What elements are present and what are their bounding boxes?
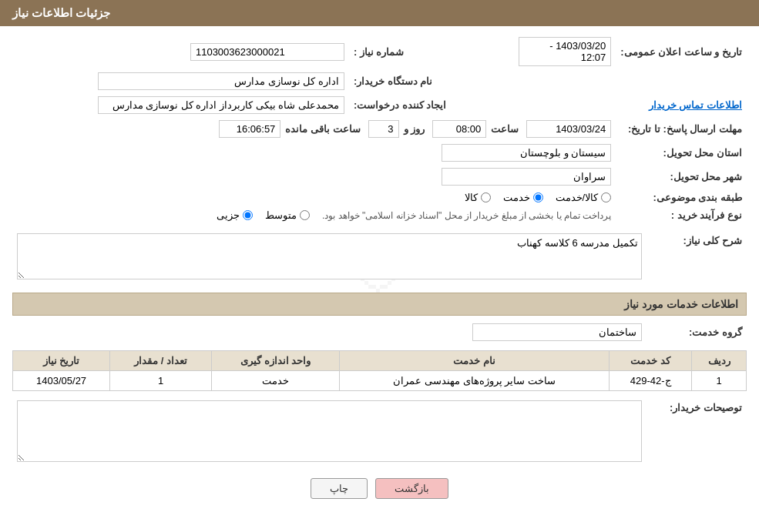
table-cell: 1 xyxy=(110,371,212,391)
table-cell: 1 xyxy=(692,371,747,391)
nooe-farayand-cell: پرداخت تمام یا بخشی از مبلغ خریدار از مح… xyxy=(12,206,616,224)
services-table-header-row: ردیف کد خدمت نام خدمت واحد اندازه گیری ت… xyxy=(13,351,747,371)
sharh-table: شرح کلی نیاز: xyxy=(12,230,747,285)
radio-kala-label: کالا xyxy=(465,192,478,203)
tabaqe-radio-kala[interactable]: کالا xyxy=(465,192,491,203)
radio-kala-khadmat-input[interactable] xyxy=(601,192,611,202)
nam-dastgah-value: اداره کل نوسازی مدارس xyxy=(98,72,344,90)
shahr-value: سراوان xyxy=(442,168,611,186)
idad-konande-value: محمدعلی شاه بیکی کاربرداز اداره کل نوساز… xyxy=(98,96,344,114)
table-cell: ساخت سایر پروژه‌های مهندسی عمران xyxy=(340,371,610,391)
tabaqe-radio-kala-khadmat[interactable]: کالا/خدمت xyxy=(556,192,612,203)
col-radif: ردیف xyxy=(692,351,747,371)
grooh-khadmat-value: ساختمان xyxy=(472,323,642,341)
toshihat-cell xyxy=(12,397,646,467)
back-button[interactable]: بازگشت xyxy=(375,478,448,499)
nam-dastgah-cell: اداره کل نوسازی مدارس xyxy=(12,69,349,93)
mohlat-saat-value: 08:00 xyxy=(432,120,486,138)
nam-dastgah-label: نام دستگاه خریدار: xyxy=(349,69,452,93)
page-header: جزئیات اطلاعات نیاز xyxy=(0,0,759,26)
col-nam: نام خدمت xyxy=(340,351,610,371)
print-button[interactable]: چاپ xyxy=(311,478,368,499)
tabaqe-label: طبقه بندی موضوعی: xyxy=(616,189,747,206)
info-table-top: تاریخ و ساعت اعلان عمومی: 1403/03/20 - 1… xyxy=(12,34,747,224)
idad-konande-cell: محمدعلی شاه بیکی کاربرداز اداره کل نوساز… xyxy=(12,93,349,117)
sharh-label: شرح کلی نیاز: xyxy=(646,230,747,285)
ettelaat-tamas-cell: اطلاعات تماس خریدار xyxy=(616,93,747,117)
services-table: ردیف کد خدمت نام خدمت واحد اندازه گیری ت… xyxy=(12,350,747,391)
shahr-label: شهر محل تحویل: xyxy=(616,165,747,189)
content-over: تاریخ و ساعت اعلان عمومی: 1403/03/20 - 1… xyxy=(12,34,747,499)
radio-jozii-input[interactable] xyxy=(243,210,253,220)
ostan-label: استان محل تحویل: xyxy=(616,141,747,165)
radio-kala-input[interactable] xyxy=(481,192,491,202)
shomare-label: شماره نیاز : xyxy=(349,34,452,69)
radio-jozii-label: جزیی xyxy=(217,209,240,221)
services-tbody: 1ج-42-429ساخت سایر پروژه‌های مهندسی عمرا… xyxy=(13,371,747,391)
table-cell: 1403/05/27 xyxy=(13,371,110,391)
nooe-farayand-radio-motavasset[interactable]: متوسط xyxy=(265,209,310,221)
table-cell: ج-42-429 xyxy=(609,371,691,391)
nooe-farayand-text: پرداخت تمام یا بخشی از مبلغ خریدار از مح… xyxy=(322,210,611,221)
page-container: جزئیات اطلاعات نیاز 🛡 تاریخ و ساعت اعلان… xyxy=(0,0,759,532)
btn-row: بازگشت چاپ xyxy=(12,478,747,499)
radio-kala-khadmat-label: کالا/خدمت xyxy=(556,192,599,203)
mohlat-date: 1403/03/24 xyxy=(526,120,611,138)
toshihat-label: توصیحات خریدار: xyxy=(646,397,747,467)
radio-motavasset-label: متوسط xyxy=(265,209,297,221)
ostan-cell: سیستان و بلوچستان xyxy=(12,141,616,165)
toshihat-textarea[interactable] xyxy=(17,400,642,462)
radio-khadmat-label: خدمت xyxy=(503,192,530,203)
mohlat-row: 1403/03/24 ساعت 08:00 روز و 3 ساعت باقی … xyxy=(17,120,611,138)
shomare-value-cell: 1103003623000021 xyxy=(12,34,349,69)
tarikh-label: تاریخ و ساعت اعلان عمومی: xyxy=(616,34,747,69)
mohlat-roz-value: 3 xyxy=(368,120,399,138)
col-vahed: واحد اندازه گیری xyxy=(212,351,340,371)
toshihat-table: توصیحات خریدار: xyxy=(12,397,747,467)
shomare-value: 1103003623000021 xyxy=(190,43,344,61)
ostan-value: سیستان و بلوچستان xyxy=(442,144,611,162)
tabaqe-radio-group: کالا/خدمت خدمت کالا xyxy=(17,192,611,203)
shahr-cell: سراوان xyxy=(12,165,616,189)
radio-khadmat-input[interactable] xyxy=(533,192,543,202)
page-title: جزئیات اطلاعات نیاز xyxy=(12,6,110,19)
saat-mande-label: ساعت باقی مانده xyxy=(285,123,360,135)
tarikh-value: 1403/03/20 - 12:07 xyxy=(519,37,611,66)
col-tedad: تعداد / مقدار xyxy=(110,351,212,371)
mohlat-row-cell: 1403/03/24 ساعت 08:00 روز و 3 ساعت باقی … xyxy=(12,117,616,141)
services-section-title: اطلاعات خدمات مورد نیاز xyxy=(12,293,747,316)
roz-label: روز و xyxy=(404,123,425,135)
table-cell: خدمت xyxy=(212,371,340,391)
tabaqe-cell: کالا/خدمت خدمت کالا xyxy=(12,189,616,206)
main-content: 🛡 تاریخ و ساعت اعلان عمومی: 1403/03/20 -… xyxy=(0,26,759,517)
col-tarikh: تاریخ نیاز xyxy=(13,351,110,371)
tarikh-value-cell: 1403/03/20 - 12:07 xyxy=(482,34,616,69)
sharh-cell xyxy=(12,230,646,285)
col-kod: کد خدمت xyxy=(609,351,691,371)
ettelaat-tamas-link[interactable]: اطلاعات تماس خریدار xyxy=(649,99,742,111)
table-row: 1ج-42-429ساخت سایر پروژه‌های مهندسی عمرا… xyxy=(13,371,747,391)
grooh-table: گروه خدمت: ساختمان xyxy=(12,320,747,344)
saat-label: ساعت xyxy=(491,123,519,135)
nooe-farayand-label: نوع فرآیند خرید : xyxy=(616,206,747,224)
grooh-khadmat-cell: ساختمان xyxy=(12,320,646,344)
radio-motavasset-input[interactable] xyxy=(300,210,310,220)
nooe-farayand-radio-jozii[interactable]: جزیی xyxy=(217,209,253,221)
sharh-textarea[interactable] xyxy=(17,233,642,279)
tabaqe-radio-khadmat[interactable]: خدمت xyxy=(503,192,543,203)
nooe-farayand-group: پرداخت تمام یا بخشی از مبلغ خریدار از مح… xyxy=(17,209,611,221)
grooh-khadmat-label: گروه خدمت: xyxy=(646,320,747,344)
idad-konande-label: ایجاد کننده درخواست: xyxy=(349,93,452,117)
mohlat-label: مهلت ارسال پاسخ: تا تاریخ: xyxy=(616,117,747,141)
mohlat-saat-mande-value: 16:06:57 xyxy=(219,120,280,138)
